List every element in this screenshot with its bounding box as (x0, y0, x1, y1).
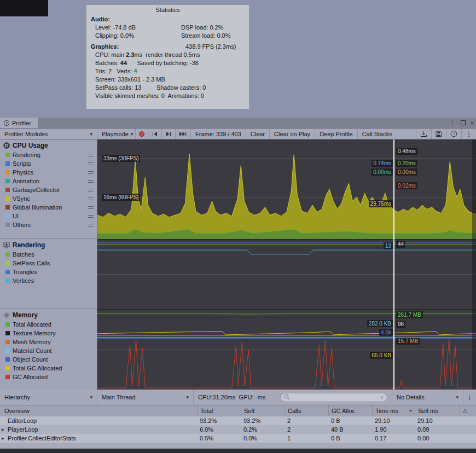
table-row-profiler-collecteditorstats[interactable]: ▸Profiler.CollectEditorStats0.5%0.0%10 B… (0, 434, 476, 443)
record-button[interactable] (136, 129, 148, 139)
col-total[interactable]: Total (197, 405, 241, 416)
legend-item-material-count[interactable]: Material Count (0, 346, 97, 355)
legend-item-scripts[interactable]: Scripts (0, 159, 97, 168)
legend-item-mesh-memory[interactable]: Mesh Memory (0, 338, 97, 346)
drag-handle-icon[interactable] (88, 215, 94, 218)
legend-item-ui[interactable]: UI (0, 212, 97, 220)
profiler-modules-dropdown[interactable]: Profiler Modules ▾ (0, 129, 97, 139)
legend-item-rendering[interactable]: Rendering (0, 150, 97, 159)
cell: 93.2% (197, 417, 241, 424)
legend-item-texture-memory[interactable]: Texture Memory (0, 329, 97, 338)
next-frame-button[interactable] (162, 129, 176, 139)
load-profile-button[interactable] (416, 129, 431, 139)
legend-color-swatch (5, 179, 10, 183)
close-icon[interactable]: × (471, 120, 474, 126)
frame-playhead[interactable] (393, 140, 394, 390)
audio-clipping: Clipping: 0.0% (91, 32, 181, 40)
save-profile-button[interactable] (431, 129, 446, 139)
drag-handle-icon[interactable] (88, 162, 94, 165)
drag-handle-icon[interactable] (88, 180, 94, 183)
col-extra[interactable]: △ (460, 405, 476, 416)
legend-label: Texture Memory (13, 330, 56, 336)
legend-label: UI (13, 213, 19, 219)
drag-handle-icon[interactable] (88, 154, 94, 156)
maximize-icon[interactable] (461, 120, 466, 125)
statistics-panel: Statistics Audio: Level: -74.8 dB DSP lo… (86, 4, 249, 109)
thread-dropdown[interactable]: Main Thread ▾ (97, 390, 194, 405)
legend-item-total-gc-allocated[interactable]: Total GC Allocated (0, 364, 97, 373)
col-time-ms[interactable]: Time ms ▼ (372, 405, 415, 416)
details-dropdown[interactable]: No Details ▾ (392, 390, 463, 405)
module-header-rendering[interactable]: Rendering (0, 239, 97, 250)
module-header-memory[interactable]: Memory (0, 309, 97, 320)
module-title: Rendering (13, 241, 45, 249)
pane-menu-icon[interactable]: ⋮ (450, 119, 456, 126)
legend-label: Triangles (13, 269, 37, 275)
legend-item-object-count[interactable]: Object Count (0, 355, 97, 364)
current-frame-button[interactable] (176, 129, 191, 139)
drag-handle-icon[interactable] (88, 206, 94, 209)
col-overview[interactable]: Overview (0, 405, 197, 416)
drag-handle-icon[interactable] (88, 189, 94, 191)
legend-item-triangles[interactable]: Triangles (0, 268, 97, 276)
clear-button[interactable]: Clear (246, 129, 270, 139)
search-clear-icon[interactable]: × (380, 394, 384, 400)
rendering-chart[interactable] (97, 239, 476, 309)
table-row-editorloop[interactable]: EditorLoop93.2%93.2%20 B29.1029.10 (0, 416, 476, 425)
drag-handle-icon[interactable] (88, 171, 94, 174)
row-label: PlayerLoop (8, 426, 38, 433)
legend-item-physics[interactable]: Physics (0, 168, 97, 177)
toolbar-menu-icon[interactable]: ⋮ (461, 129, 476, 139)
legend-item-batches[interactable]: Batches (0, 250, 97, 259)
table-row-playerloop[interactable]: ▸PlayerLoop6.0%0.2%240 B1.900.09 (0, 425, 476, 434)
module-cpu-usage: CPU UsageRenderingScriptsPhysicsAnimatio… (0, 140, 97, 239)
profiler-body: CPU UsageRenderingScriptsPhysicsAnimatio… (0, 140, 476, 390)
clear-on-play-button[interactable]: Clear on Play (270, 129, 315, 139)
col-self-ms[interactable]: Self ms (415, 405, 460, 416)
memory-chart[interactable] (97, 309, 476, 390)
details-menu-icon[interactable]: ⋮ (463, 390, 476, 405)
tab-profiler[interactable]: Profiler (0, 118, 38, 128)
chevron-down-icon: ▾ (90, 394, 92, 400)
prev-frame-button[interactable] (148, 129, 162, 139)
foldout-arrow-icon[interactable]: ▸ (2, 427, 8, 432)
call-stacks-button[interactable]: Call Stacks (358, 129, 397, 139)
legend-item-garbagecollector[interactable]: GarbageCollector (0, 185, 97, 194)
cell: 0.5% (197, 435, 241, 442)
cell: 0.0% (241, 435, 285, 442)
drag-handle-icon[interactable] (88, 198, 94, 200)
col-calls[interactable]: Calls (285, 405, 328, 416)
deep-profile-button[interactable]: Deep Profile (315, 129, 358, 139)
cell: 2 (285, 417, 328, 424)
setpass-line: SetPass calls: 13 Shadow casters: 0 (91, 84, 245, 92)
legend-item-vsync[interactable]: VSync (0, 194, 97, 203)
legend-item-total-allocated[interactable]: Total Allocated (0, 320, 97, 329)
legend-item-gc-allocated[interactable]: GC Allocated (0, 373, 97, 381)
legend-item-vertices[interactable]: Vertices (0, 276, 97, 285)
cell: 0.00 (415, 435, 460, 442)
target-mode-dropdown[interactable]: Playmode ▾ (97, 129, 136, 139)
legend-item-setpass-calls[interactable]: SetPass Calls (0, 259, 97, 268)
legend-color-swatch (5, 270, 10, 274)
legend-color-swatch (5, 223, 10, 227)
legend-item-others[interactable]: Others (0, 220, 97, 229)
chevron-down-icon: ▾ (186, 394, 189, 400)
drag-handle-icon[interactable] (88, 224, 94, 226)
audio-level: Level: -74.8 dB (91, 24, 181, 32)
tab-bar: Profiler ⋮ × (0, 118, 476, 129)
module-header-cpu-usage[interactable]: CPU Usage (0, 140, 97, 150)
search-field[interactable]: × (280, 393, 387, 402)
legend-item-global-illumination[interactable]: Global Illumination (0, 203, 97, 212)
col-self[interactable]: Self (241, 405, 285, 416)
col-gc-alloc[interactable]: GC Alloc (328, 405, 372, 416)
help-button[interactable]: ? (446, 129, 461, 139)
view-mode-dropdown[interactable]: Hierarchy ▾ (0, 390, 97, 405)
legend-item-animation[interactable]: Animation (0, 177, 97, 185)
foldout-arrow-icon[interactable]: ▸ (2, 435, 8, 441)
legend-label: Total Allocated (13, 321, 51, 328)
cpu-usage-chart[interactable] (97, 140, 476, 239)
record-icon (139, 131, 144, 137)
search-input[interactable] (292, 394, 378, 400)
legend-color-swatch (5, 366, 10, 370)
chevron-down-icon: ▾ (456, 394, 458, 400)
